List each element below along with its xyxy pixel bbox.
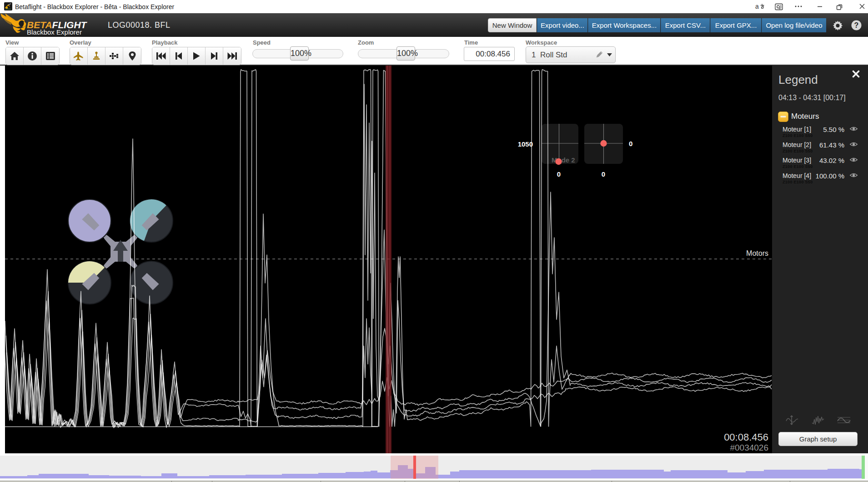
svg-text:Mode 2: Mode 2 <box>552 156 575 164</box>
svg-text:0: 0 <box>629 140 632 147</box>
svg-text:0: 0 <box>557 170 561 178</box>
svg-text:1050: 1050 <box>518 140 533 148</box>
svg-text:#0034026: #0034026 <box>730 443 768 452</box>
svg-text:0: 0 <box>602 170 605 178</box>
svg-text:Motors: Motors <box>746 249 768 257</box>
svg-text:00:08.456: 00:08.456 <box>724 431 768 443</box>
svg-text:?: ? <box>854 21 859 29</box>
svg-text:a: a <box>755 3 759 10</box>
